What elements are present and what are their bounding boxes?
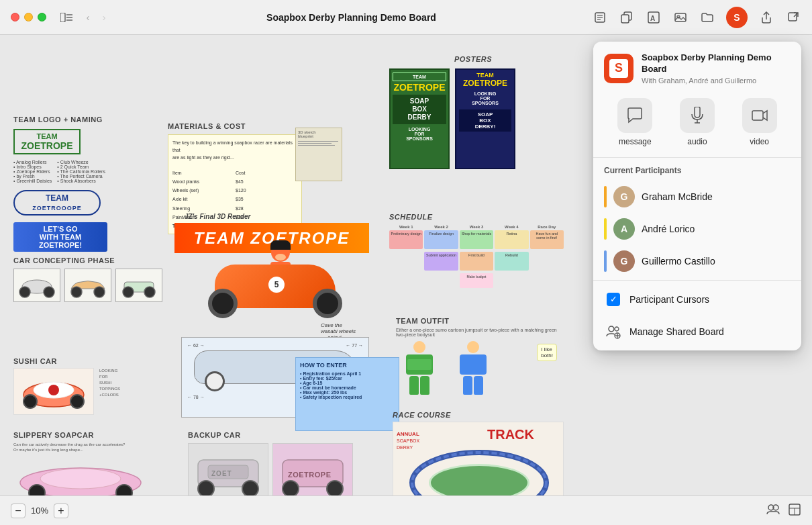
sidebar-toggle-icon[interactable]: [60, 11, 73, 24]
svg-point-28: [70, 395, 84, 408]
zoom-out-button[interactable]: −: [11, 504, 26, 518]
participant-name-andre: André Lorico: [642, 224, 695, 234]
slippery-soapcar-section: SLIPPERY SOAPCAR Can the car actively de…: [13, 431, 174, 495]
panel-actions: message audio video: [593, 93, 801, 158]
svg-point-30: [40, 469, 121, 489]
participant-avatar-graham: G: [613, 186, 635, 207]
how-to-enter-section: HOW TO ENTER • Registration opens April …: [295, 357, 399, 431]
svg-text:ZOET: ZOET: [211, 470, 232, 477]
video-icon: [742, 98, 777, 133]
participant-avatar-andre: A: [613, 218, 635, 240]
svg-text:SOAPBOX: SOAPBOX: [397, 438, 420, 443]
audio-label: audio: [687, 137, 707, 146]
svg-text:TRACK: TRACK: [487, 427, 535, 442]
materials-section: MATERIALS & COST The key to building a w…: [168, 122, 342, 203]
svg-point-17: [19, 287, 30, 297]
participant-cursors-label: Participant Cursors: [629, 294, 709, 305]
copy-icon[interactable]: [619, 9, 635, 26]
window-title: Soapbox Derby Planning Demo Board: [119, 12, 584, 23]
zoom-in-button[interactable]: +: [54, 504, 68, 518]
render-label: JZ's Final 3D Render: [185, 213, 251, 220]
svg-point-22: [123, 287, 134, 297]
team-outfit-section: TEAM OUTFIT Either a one-piece sumo cart…: [396, 317, 557, 404]
race-course-section: RACE COURSE ANNUAL: [393, 411, 570, 495]
panel-board-title: Soapbox Derby Planning Demo Board: [642, 52, 791, 75]
manage-shared-board-option[interactable]: Manage Shared Board: [593, 316, 801, 350]
participant-avatar-guillermo: G: [613, 250, 635, 272]
sushi-car-section: SUSHI CAR LOOKINGFORSUSHITOPPINGS+COLORS: [13, 357, 174, 424]
external-link-icon[interactable]: [785, 9, 801, 26]
share-icon[interactable]: [758, 9, 774, 26]
svg-rect-60: [752, 111, 763, 120]
svg-point-37: [198, 481, 214, 495]
video-button[interactable]: video: [742, 98, 777, 146]
participant-cursors-icon: ✓: [604, 290, 623, 309]
message-button[interactable]: message: [617, 98, 652, 146]
folder-icon[interactable]: [699, 9, 715, 26]
nav-arrows: ‹ ›: [81, 12, 111, 23]
video-label: video: [750, 137, 769, 146]
team-logo-section: TEAM LOGO + NAMING TEAMZOETROPE • Analog…: [13, 115, 161, 223]
zoom-control: − 10% +: [11, 504, 68, 518]
image-icon[interactable]: [672, 9, 689, 26]
svg-rect-14: [789, 13, 797, 21]
message-icon: [617, 98, 652, 133]
manage-shared-board-label: Manage Shared Board: [629, 326, 724, 337]
svg-point-31: [29, 485, 45, 495]
layout-icon[interactable]: [788, 503, 801, 519]
svg-point-61: [609, 326, 614, 332]
zoom-level: 10%: [31, 506, 48, 516]
soapbox-car-illustration: 5 Cave thewasabi wheels— spicy!: [188, 236, 362, 350]
audio-button[interactable]: audio: [680, 98, 715, 146]
svg-point-32: [116, 485, 132, 495]
titlebar: ‹ › Soapbox Derby Planning Demo Board A: [0, 0, 812, 35]
backup-car-section: BACKUP CAR ZOET ZOETROPE: [188, 431, 376, 495]
checkbox-checked-icon: ✓: [607, 293, 620, 306]
svg-point-41: [283, 481, 299, 495]
svg-rect-0: [60, 13, 65, 22]
panel-board-info: Soapbox Derby Planning Demo Board With G…: [642, 52, 791, 85]
maximize-button[interactable]: [38, 13, 46, 21]
bottombar: − 10% +: [0, 495, 812, 525]
user-avatar-button[interactable]: S: [726, 7, 748, 28]
panel-divider: [593, 280, 801, 281]
svg-point-38: [242, 481, 258, 495]
collaborators-icon[interactable]: [766, 503, 780, 519]
svg-point-62: [615, 327, 619, 331]
back-arrow[interactable]: ‹: [81, 12, 95, 23]
svg-point-26: [48, 385, 59, 395]
message-label: message: [619, 137, 652, 146]
svg-point-27: [23, 395, 37, 408]
toolbar-icons: A S: [592, 7, 801, 28]
participant-list: G Graham McBride A André Lorico G Guille…: [593, 181, 801, 277]
svg-point-18: [44, 287, 54, 297]
participants-section-title: Current Participants: [593, 158, 801, 181]
schedule-section: SCHEDULE Week 1 Week 2 Week 3 Week 4 Rac…: [389, 213, 564, 307]
participant-graham: G Graham McBride: [599, 181, 796, 213]
participant-color-bar-graham: [604, 186, 607, 207]
notes-icon[interactable]: [592, 9, 608, 26]
traffic-lights: [11, 13, 46, 21]
forward-arrow[interactable]: ›: [97, 12, 111, 23]
svg-rect-12: [675, 13, 686, 21]
svg-text:A: A: [650, 15, 655, 22]
participant-name-graham: Graham McBride: [642, 191, 713, 202]
bottom-right-icons: [766, 503, 801, 519]
svg-point-23: [144, 287, 155, 297]
panel-board-icon-inner: S: [609, 59, 628, 78]
svg-point-20: [94, 287, 105, 297]
text-icon[interactable]: A: [646, 9, 662, 26]
svg-point-19: [71, 287, 82, 297]
car-concept-section: CAR CONCEPTING PHASE: [13, 256, 174, 344]
svg-text:ANNUAL: ANNUAL: [397, 431, 419, 437]
posters-section: POSTERS TEAM ZOETROPE SOAPBOXDERBY LOOKI…: [389, 55, 557, 223]
minimize-button[interactable]: [24, 13, 33, 21]
participant-guillermo: G Guillermo Castillo: [599, 245, 796, 277]
participant-name-guillermo: Guillermo Castillo: [642, 256, 715, 267]
participant-andre: A André Lorico: [599, 213, 796, 245]
svg-rect-9: [621, 15, 629, 23]
close-button[interactable]: [11, 13, 19, 21]
collaboration-panel: S Soapbox Derby Planning Demo Board With…: [593, 42, 801, 350]
audio-icon: [680, 98, 715, 133]
participant-cursors-option[interactable]: ✓ Participant Cursors: [593, 283, 801, 316]
